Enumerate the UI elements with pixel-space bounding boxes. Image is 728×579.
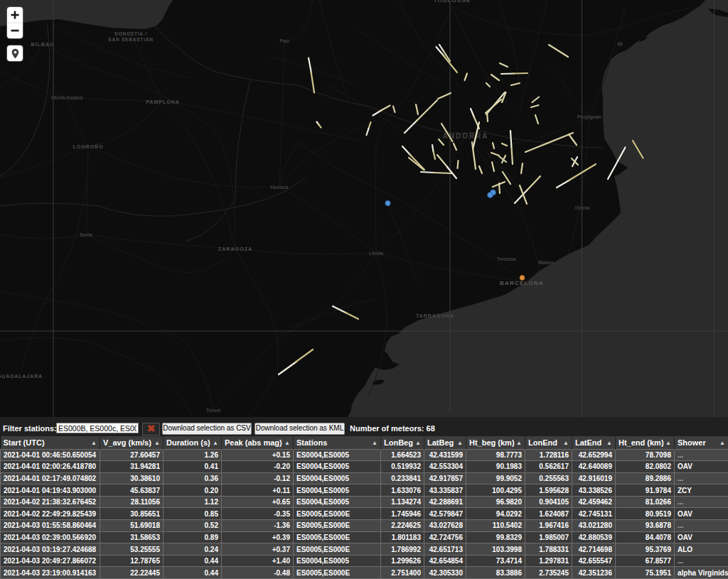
- svg-text:ZARAGOZA: ZARAGOZA: [218, 247, 252, 251]
- svg-text:Mataró: Mataró: [538, 260, 553, 265]
- svg-text:Huesca: Huesca: [271, 185, 289, 190]
- svg-text:PAMPLONA: PAMPLONA: [146, 99, 180, 104]
- svg-text:Vitoria-Gasteiz: Vitoria-Gasteiz: [50, 95, 83, 100]
- svg-text:TARRAGONA: TARRAGONA: [416, 313, 454, 318]
- svg-text:LOGROÑO: LOGROÑO: [73, 144, 103, 149]
- svg-text:Terrassa: Terrassa: [497, 256, 516, 261]
- svg-text:Soria: Soria: [80, 232, 92, 237]
- svg-text:Teruel: Teruel: [206, 408, 221, 413]
- svg-text:DONOSTIA /: DONOSTIA /: [114, 31, 147, 36]
- svg-text:SAN SEBASTIÁN: SAN SEBASTIÁN: [108, 36, 154, 42]
- svg-text:Girona: Girona: [575, 205, 590, 210]
- svg-text:BARCELONA: BARCELONA: [500, 280, 544, 286]
- svg-text:TOULOUSE: TOULOUSE: [434, 0, 471, 4]
- svg-text:BILBAO: BILBAO: [31, 42, 55, 47]
- svg-text:Pau: Pau: [280, 38, 289, 43]
- svg-text:Perpignan: Perpignan: [577, 114, 601, 120]
- svg-text:Lleida: Lleida: [369, 251, 383, 256]
- svg-text:GUADALAJARA: GUADALAJARA: [0, 374, 43, 379]
